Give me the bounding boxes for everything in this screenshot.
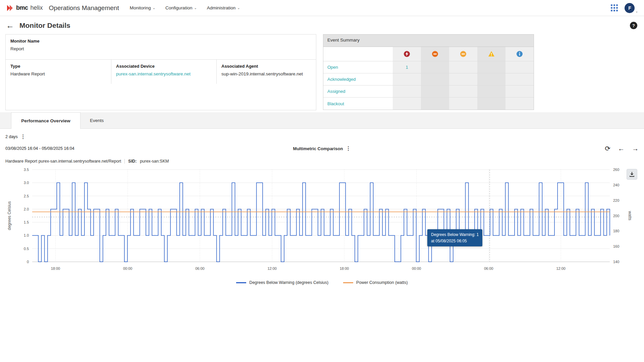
x-axis-tick: 12:00 <box>556 266 566 270</box>
event-row-blackout: Blackout <box>323 98 534 110</box>
blackout-link[interactable]: Blackout <box>327 101 344 106</box>
comparison-menu-icon[interactable]: ⋮ <box>345 146 351 151</box>
tab-events[interactable]: Events <box>80 112 113 128</box>
right-axis-tick: 180 <box>613 229 619 233</box>
nav-monitoring[interactable]: Monitoring ⌄ <box>130 5 155 10</box>
time-range-menu-icon[interactable]: ⋮ <box>20 134 26 139</box>
open-warning-count <box>477 61 505 73</box>
avatar[interactable]: F <box>625 3 635 13</box>
chart-area: 00.51.01.52.02.53.03.5140160180200220240… <box>5 167 639 276</box>
blackout-critical-count <box>393 98 421 110</box>
download-chart-button[interactable] <box>627 169 637 180</box>
download-icon <box>629 172 635 177</box>
blackout-minor-count <box>449 98 477 110</box>
event-row-open: Open 1 <box>323 61 534 73</box>
associated-agent-label: Associated Agent <box>221 64 311 69</box>
sid-value: purex-san:SKM <box>140 159 169 164</box>
associated-device-link[interactable]: purex-san.internal.sentrysoftware.net <box>116 71 191 76</box>
assigned-major-count <box>421 85 449 98</box>
left-axis-tick: 1.5 <box>24 220 29 224</box>
severity-minor-icon <box>460 51 467 57</box>
ack-critical-count <box>393 73 421 85</box>
degrees-series-label: Degrees Below Warning (degrees Celsius) <box>249 280 328 285</box>
back-arrow-icon[interactable]: ← <box>6 21 14 29</box>
avatar-dropdown-chevron-icon: ⌄ <box>635 10 638 13</box>
time-range-label: 2 days <box>5 134 18 139</box>
app-title: Operations Management <box>49 4 119 12</box>
tooltip-line2: at 05/08/2025 06:05 <box>431 238 479 244</box>
legend-item-degrees[interactable]: Degrees Below Warning (degrees Celsius) <box>236 280 328 285</box>
brand-helix: helix <box>31 4 43 11</box>
right-axis-label: watts <box>628 210 632 220</box>
monitor-info-panel: Monitor Name Report Type Hardware Report… <box>5 34 316 110</box>
nav-administration[interactable]: Administration ⌄ <box>207 5 240 10</box>
tooltip-line1: Degrees Below Warning: 1 <box>431 232 479 238</box>
type-value: Hardware Report <box>10 71 106 76</box>
chevron-down-icon: ⌄ <box>153 6 155 10</box>
x-axis-tick: 06:00 <box>484 266 493 270</box>
x-axis-tick: 00:00 <box>123 266 132 270</box>
open-link[interactable]: Open <box>327 65 338 70</box>
pan-left-icon[interactable]: ← <box>618 145 625 152</box>
event-summary-title: Event Summary <box>323 35 534 47</box>
performance-chart[interactable]: 00.51.01.52.02.53.03.5140160180200220240… <box>5 167 639 274</box>
left-axis-tick: 0 <box>27 260 29 264</box>
monitor-name-value: Report <box>10 46 311 51</box>
divider <box>124 159 125 164</box>
severity-critical-icon <box>404 51 410 57</box>
power-series-label: Power Consumption (watts) <box>356 280 408 285</box>
bmc-logo-icon <box>6 4 14 12</box>
nav-configuration[interactable]: Configuration ⌄ <box>165 5 197 10</box>
right-axis-tick: 160 <box>613 244 619 248</box>
date-range: 03/08/2025 16:04 - 05/08/2025 16:04 <box>5 146 74 151</box>
x-axis-tick: 18:00 <box>340 266 349 270</box>
chart-legend: Degrees Below Warning (degrees Celsius) … <box>5 280 639 285</box>
associated-agent-value: sup-win-2019.internal.sentrysoftware.net <box>221 71 311 76</box>
refresh-icon[interactable]: ⟳ <box>605 145 610 152</box>
open-major-count <box>421 61 449 73</box>
topbar: bmchelix Operations Management Monitorin… <box>0 0 644 16</box>
open-minor-count <box>449 61 477 73</box>
power-series-swatch <box>343 282 353 283</box>
bmc-helix-logo: bmchelix <box>6 4 43 12</box>
chart-tooltip: Degrees Below Warning: 1 at 05/08/2025 0… <box>427 229 482 246</box>
assigned-link[interactable]: Assigned <box>327 89 345 94</box>
x-axis-tick: 06:00 <box>195 266 205 270</box>
event-row-assigned: Assigned <box>323 85 534 98</box>
ack-warning-count <box>477 73 505 85</box>
left-axis-tick: 1.0 <box>24 233 29 237</box>
assigned-critical-count <box>393 85 421 98</box>
severity-major-icon <box>432 51 438 57</box>
blackout-warning-count <box>477 98 505 110</box>
event-summary-panel: Event Summary <box>323 34 534 110</box>
tab-performance-overview[interactable]: Performance Overview <box>11 112 80 129</box>
right-axis-tick: 200 <box>613 214 619 218</box>
user-menu[interactable]: F ⌄ <box>625 3 638 13</box>
assigned-minor-count <box>449 85 477 98</box>
event-row-acknowledged: Acknowledged <box>323 73 534 85</box>
nav-administration-label: Administration <box>207 5 236 10</box>
help-icon[interactable]: ? <box>630 22 637 29</box>
ack-minor-count <box>449 73 477 85</box>
open-info-count <box>505 61 534 73</box>
apps-grid-icon[interactable] <box>611 4 618 11</box>
open-critical-count[interactable]: 1 <box>393 61 421 73</box>
monitor-name-label: Monitor Name <box>10 39 311 44</box>
chart-title: Hardware Report purex-san.internal.sentr… <box>5 159 121 164</box>
acknowledged-link[interactable]: Acknowledged <box>327 77 356 82</box>
severity-info-icon <box>516 51 523 57</box>
pan-right-icon[interactable]: → <box>632 145 639 152</box>
left-axis-tick: 2.5 <box>24 194 29 198</box>
left-axis-tick: 2.0 <box>24 207 29 211</box>
ack-major-count <box>421 73 449 85</box>
left-axis-tick: 3.5 <box>24 168 29 172</box>
legend-item-power[interactable]: Power Consumption (watts) <box>343 280 408 285</box>
severity-header-row <box>323 47 534 61</box>
page-title: Monitor Details <box>19 21 70 29</box>
x-axis-tick: 00:00 <box>412 266 421 270</box>
page-head: ← Monitor Details ? <box>0 16 644 34</box>
type-label: Type <box>10 64 106 69</box>
sid-label: SID: <box>128 159 137 164</box>
blackout-info-count <box>505 98 534 110</box>
right-axis-tick: 260 <box>613 168 619 172</box>
